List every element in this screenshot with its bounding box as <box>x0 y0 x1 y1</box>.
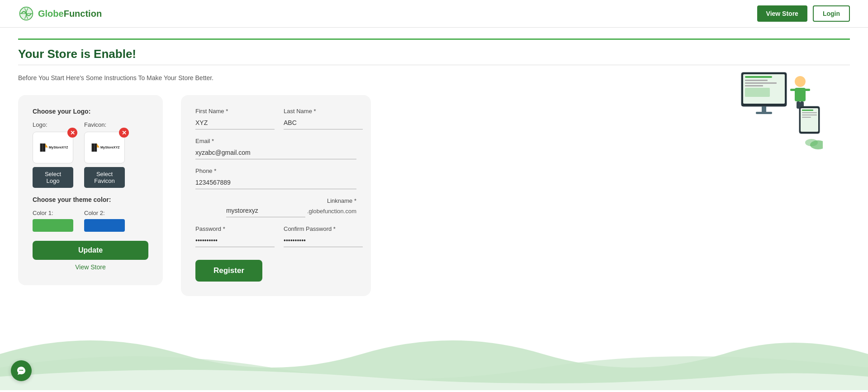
favicon-preview: MyStoreXYZ <box>88 135 122 160</box>
color1-swatch[interactable] <box>33 219 73 232</box>
chat-button[interactable] <box>11 360 32 381</box>
svg-marker-5 <box>43 143 45 152</box>
confirm-password-input[interactable] <box>284 234 363 247</box>
view-store-link[interactable]: View Store <box>33 263 148 271</box>
svg-rect-28 <box>799 106 820 134</box>
svg-point-36 <box>19 370 20 371</box>
chat-icon <box>16 366 26 376</box>
svg-rect-18 <box>745 85 763 86</box>
logo-col: Logo: MyStoreXYZ ✕ <box>33 121 73 188</box>
remove-favicon-button[interactable]: ✕ <box>119 128 129 138</box>
svg-rect-24 <box>790 89 797 91</box>
first-name-label: First Name * <box>195 108 275 115</box>
phone-label: Phone * <box>195 167 356 174</box>
email-input[interactable] <box>195 146 356 159</box>
svg-rect-19 <box>745 88 770 97</box>
svg-rect-31 <box>802 112 817 113</box>
brand-name: GlobeFunction <box>38 9 102 19</box>
logo-preview: MyStoreXYZ <box>36 135 70 160</box>
svg-point-37 <box>21 370 22 371</box>
svg-rect-30 <box>802 110 813 111</box>
logo-image: MyStoreXYZ <box>38 139 68 157</box>
svg-rect-20 <box>762 106 766 112</box>
color2-label: Color 2: <box>84 210 125 216</box>
password-label: Password * <box>195 225 275 232</box>
favicon-col: Favicon: MyStoreXYZ ✕ <box>84 121 125 188</box>
svg-rect-25 <box>804 89 810 91</box>
svg-text:MyStoreXYZ: MyStoreXYZ <box>49 145 68 149</box>
email-label: Email * <box>195 138 356 144</box>
wave-background <box>0 318 868 392</box>
name-row: First Name * Last Name * <box>195 108 356 129</box>
register-button[interactable]: Register <box>195 260 262 282</box>
color1-label: Color 1: <box>33 210 73 216</box>
remove-logo-button[interactable]: ✕ <box>67 128 77 138</box>
svg-rect-23 <box>795 88 806 101</box>
select-logo-button[interactable]: Select Logo <box>33 167 73 188</box>
header: GlobeFunction View Store Login <box>0 0 868 28</box>
password-group: Password * <box>195 225 275 247</box>
svg-point-34 <box>810 140 823 149</box>
brand-logo: GlobeFunction <box>18 5 102 22</box>
header-buttons: View Store Login <box>757 5 850 22</box>
last-name-group: Last Name * <box>284 108 363 129</box>
confirm-password-label: Confirm Password * <box>284 225 363 232</box>
favicon-image: MyStoreXYZ <box>90 139 119 157</box>
update-button[interactable]: Update <box>33 241 148 260</box>
top-bar <box>18 38 850 40</box>
color1-col: Color 1: <box>33 210 73 232</box>
phone-group: Phone * <box>195 167 356 189</box>
confirm-password-group: Confirm Password * <box>284 225 363 247</box>
svg-rect-32 <box>802 115 817 115</box>
svg-rect-9 <box>91 143 94 152</box>
svg-rect-29 <box>801 108 818 132</box>
subtitle: Before You Start Here's Some Instruction… <box>18 74 850 81</box>
logo-section-label: Choose your Logo: <box>33 108 148 115</box>
color2-swatch[interactable] <box>84 219 125 232</box>
svg-rect-26 <box>797 101 800 109</box>
phone-input[interactable] <box>195 176 356 189</box>
linkname-row: Linkname * .globefunction.com <box>195 197 356 217</box>
password-input[interactable] <box>195 234 275 247</box>
logo-settings-card: Choose your Logo: Logo: MyS <box>18 95 163 285</box>
svg-text:MyStoreXYZ: MyStoreXYZ <box>100 145 119 149</box>
register-card: First Name * Last Name * Email * Phone * <box>181 95 371 296</box>
favicon-preview-wrapper: MyStoreXYZ ✕ <box>84 132 125 163</box>
svg-point-35 <box>805 139 818 146</box>
login-button[interactable]: Login <box>813 5 850 22</box>
svg-rect-4 <box>40 143 43 152</box>
linkname-suffix: .globefunction.com <box>307 208 356 217</box>
svg-rect-27 <box>800 101 804 109</box>
svg-rect-33 <box>802 117 811 118</box>
first-name-group: First Name * <box>195 108 275 129</box>
color2-col: Color 2: <box>84 210 125 232</box>
logo-preview-wrapper: MyStoreXYZ ✕ <box>33 132 73 163</box>
main-content: Your Store is Enable! Before You Start H… <box>0 28 868 307</box>
page-title: Your Store is Enable! <box>18 47 850 61</box>
email-row: Email * <box>195 138 356 159</box>
linkname-label: Linkname * <box>327 197 356 204</box>
linkname-group: Linkname * .globefunction.com <box>195 197 356 217</box>
last-name-label: Last Name * <box>284 108 363 115</box>
linkname-input[interactable] <box>226 204 305 217</box>
logo-favicon-row: Logo: MyStoreXYZ ✕ <box>33 121 148 188</box>
svg-marker-10 <box>94 143 97 152</box>
globe-function-icon <box>18 5 34 22</box>
first-name-input[interactable] <box>195 116 275 129</box>
email-group: Email * <box>195 138 356 159</box>
svg-rect-17 <box>745 82 777 84</box>
two-column-layout: Choose your Logo: Logo: MyS <box>18 95 850 296</box>
view-store-button[interactable]: View Store <box>757 5 807 22</box>
logo-label: Logo: <box>33 121 47 128</box>
select-favicon-button[interactable]: Select Favicon <box>84 167 125 188</box>
last-name-input[interactable] <box>284 116 363 129</box>
divider <box>18 65 850 65</box>
phone-row: Phone * <box>195 167 356 189</box>
color-row: Color 1: Color 2: <box>33 210 148 232</box>
password-row: Password * Confirm Password * <box>195 225 356 247</box>
theme-section-label: Choose your theme color: <box>33 196 148 203</box>
favicon-label: Favicon: <box>84 121 106 128</box>
svg-point-38 <box>22 370 23 371</box>
svg-rect-21 <box>756 112 772 114</box>
theme-section: Choose your theme color: Color 1: Color … <box>33 196 148 271</box>
